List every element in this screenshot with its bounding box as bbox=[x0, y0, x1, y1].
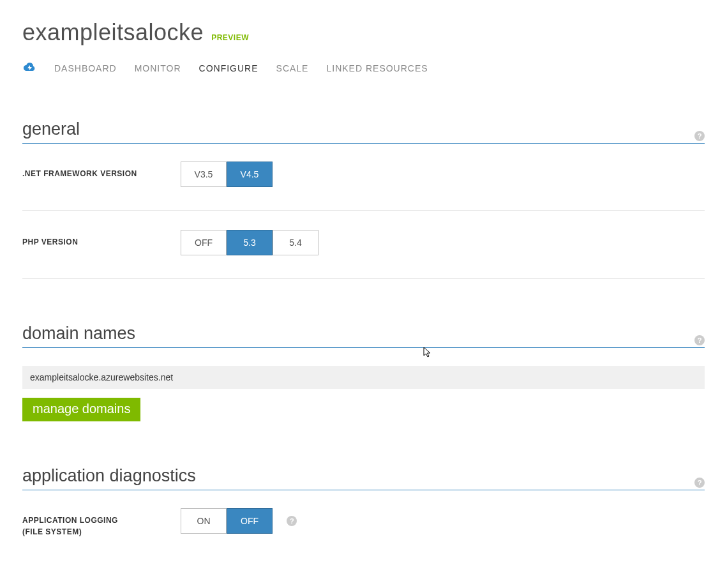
app-logging-off-button[interactable]: OFF bbox=[227, 508, 273, 534]
setting-divider bbox=[22, 278, 705, 279]
help-icon[interactable]: ? bbox=[287, 516, 297, 526]
manage-domains-button[interactable]: manage domains bbox=[22, 398, 140, 421]
section-heading-diagnostics: application diagnostics bbox=[22, 466, 705, 486]
tab-scale[interactable]: SCALE bbox=[276, 63, 309, 73]
setting-php: PHP VERSION OFF 5.3 5.4 bbox=[22, 230, 705, 278]
net-framework-toggle: V3.5 V4.5 bbox=[181, 162, 273, 187]
section-domain-names: domain names ? exampleitsalocke.azureweb… bbox=[22, 324, 705, 421]
section-general: general ? .NET FRAMEWORK VERSION V3.5 V4… bbox=[22, 119, 705, 279]
page-header: exampleitsalocke PREVIEW bbox=[22, 19, 705, 46]
setting-net-framework: .NET FRAMEWORK VERSION V3.5 V4.5 bbox=[22, 162, 705, 210]
net-v45-button[interactable]: V4.5 bbox=[227, 162, 273, 187]
setting-app-logging: APPLICATION LOGGING (FILE SYSTEM) ON OFF… bbox=[22, 508, 705, 538]
net-v35-button[interactable]: V3.5 bbox=[181, 162, 227, 187]
section-rule bbox=[22, 347, 705, 348]
php-off-button[interactable]: OFF bbox=[181, 230, 227, 255]
section-rule bbox=[22, 143, 705, 144]
app-logging-toggle: ON OFF bbox=[181, 508, 273, 534]
cloud-icon bbox=[22, 62, 36, 75]
php-53-button[interactable]: 5.3 bbox=[227, 230, 273, 255]
php-toggle: OFF 5.3 5.4 bbox=[181, 230, 319, 255]
tab-linked-resources[interactable]: LINKED RESOURCES bbox=[326, 63, 428, 73]
app-logging-on-button[interactable]: ON bbox=[181, 508, 227, 534]
help-icon[interactable]: ? bbox=[694, 335, 705, 345]
help-icon[interactable]: ? bbox=[694, 131, 705, 141]
section-diagnostics: application diagnostics ? APPLICATION LO… bbox=[22, 466, 705, 538]
help-icon[interactable]: ? bbox=[694, 478, 705, 488]
app-logging-label: APPLICATION LOGGING (FILE SYSTEM) bbox=[22, 508, 181, 538]
setting-divider bbox=[22, 210, 705, 211]
app-logging-label-line1: APPLICATION LOGGING bbox=[22, 516, 118, 525]
section-heading-general: general bbox=[22, 119, 705, 139]
tab-monitor[interactable]: MONITOR bbox=[135, 63, 181, 73]
app-logging-controls: ON OFF ? bbox=[181, 508, 297, 534]
php-label: PHP VERSION bbox=[22, 230, 181, 248]
preview-badge: PREVIEW bbox=[211, 33, 249, 42]
tab-configure[interactable]: CONFIGURE bbox=[199, 63, 259, 73]
php-54-button[interactable]: 5.4 bbox=[273, 230, 319, 255]
tab-dashboard[interactable]: DASHBOARD bbox=[54, 63, 117, 73]
net-framework-label: .NET FRAMEWORK VERSION bbox=[22, 162, 181, 179]
section-rule bbox=[22, 490, 705, 490]
app-logging-label-line2: (FILE SYSTEM) bbox=[22, 527, 82, 536]
page-title: exampleitsalocke bbox=[22, 19, 204, 46]
tabs: DASHBOARD MONITOR CONFIGURE SCALE LINKED… bbox=[22, 62, 705, 75]
section-heading-domains: domain names bbox=[22, 324, 705, 343]
domain-entry: exampleitsalocke.azurewebsites.net bbox=[22, 366, 705, 389]
